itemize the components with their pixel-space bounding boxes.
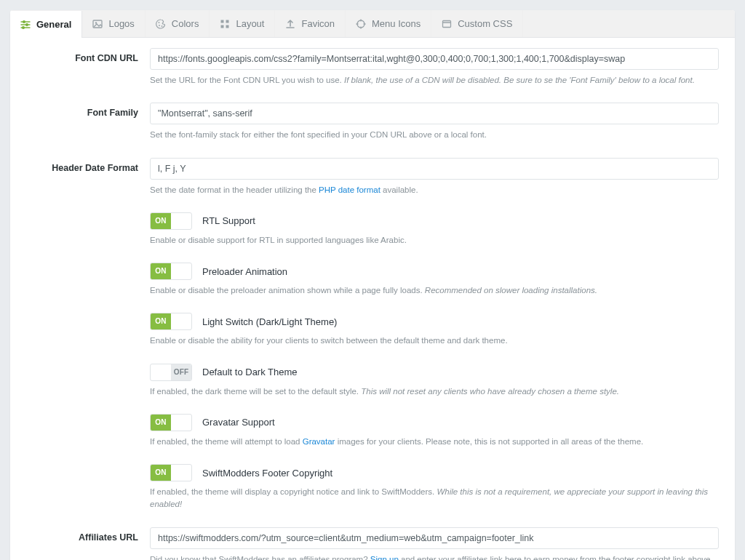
- row-font-family: Font Family Set the font-family stack fo…: [26, 103, 719, 141]
- tab-label: Layout: [236, 18, 264, 29]
- signup-link[interactable]: Sign up: [370, 555, 399, 561]
- tab-logos[interactable]: Logos: [82, 10, 145, 37]
- label-date-format: Header Date Format: [26, 158, 150, 173]
- php-date-format-link[interactable]: PHP date format: [319, 185, 381, 194]
- code-icon: [442, 19, 452, 29]
- tab-colors[interactable]: Colors: [146, 10, 210, 37]
- help-date-format: Set the date format in the header utiliz…: [150, 184, 719, 196]
- upload-icon: [285, 19, 295, 29]
- svg-point-8: [158, 22, 159, 23]
- form-body: Font CDN URL Set the URL for the Font CD…: [10, 38, 735, 560]
- light-switch-toggle[interactable]: ON: [150, 313, 192, 330]
- svg-point-5: [23, 26, 25, 28]
- footer-copy-label: SwiftModders Footer Copyright: [202, 468, 332, 479]
- tabs: General Logos Colors Layout Favicon: [10, 10, 735, 38]
- tab-label: Favicon: [301, 18, 335, 29]
- svg-point-9: [159, 25, 160, 26]
- tab-favicon[interactable]: Favicon: [275, 10, 346, 37]
- help-default-dark: If enabled, the dark theme will be set t…: [150, 385, 719, 398]
- tab-label: Menu Icons: [372, 18, 421, 29]
- tab-label: Custom CSS: [458, 18, 512, 29]
- preloader-label: Preloader Animation: [202, 266, 287, 277]
- svg-rect-13: [221, 25, 224, 28]
- font-family-input[interactable]: [150, 103, 719, 124]
- settings-panel: General Logos Colors Layout Favicon: [10, 10, 735, 560]
- image-icon: [92, 19, 103, 29]
- tab-layout[interactable]: Layout: [210, 10, 275, 37]
- svg-point-3: [23, 20, 25, 23]
- tab-menu-icons[interactable]: Menu Icons: [346, 10, 431, 37]
- default-dark-label: Default to Dark Theme: [202, 367, 298, 377]
- tab-label: Logos: [108, 18, 134, 29]
- date-format-input[interactable]: [150, 158, 719, 180]
- light-switch-label: Light Switch (Dark/Light Theme): [202, 316, 337, 327]
- tab-general[interactable]: General: [10, 11, 82, 38]
- help-rtl: Enable or disable support for RTL in sup…: [150, 234, 719, 247]
- row-preloader: ON Preloader Animation Enable or disable…: [26, 263, 719, 297]
- sliders-icon: [20, 20, 31, 30]
- tab-label: General: [36, 19, 71, 30]
- help-font-family: Set the font-family stack for either the…: [150, 129, 719, 141]
- row-footer-copy: ON SwiftModders Footer Copyright If enab…: [26, 464, 719, 511]
- footer-copy-toggle[interactable]: ON: [150, 464, 192, 481]
- row-rtl: ON RTL Support Enable or disable support…: [26, 212, 719, 247]
- rtl-toggle[interactable]: ON: [150, 212, 192, 230]
- label-font-family: Font Family: [26, 103, 150, 118]
- tab-label: Colors: [172, 18, 199, 29]
- gravatar-label: Gravatar Support: [202, 417, 275, 428]
- gravatar-link[interactable]: Gravatar: [303, 437, 335, 446]
- help-footer-copy: If enabled, the theme will display a cop…: [150, 486, 719, 511]
- row-default-dark: OFF Default to Dark Theme If enabled, th…: [26, 364, 719, 398]
- label-affiliates: Affiliates URL: [26, 527, 150, 543]
- svg-rect-20: [443, 20, 451, 27]
- rtl-label: RTL Support: [202, 215, 255, 226]
- help-light-switch: Enable or disable the ability for your c…: [150, 335, 719, 347]
- row-light-switch: ON Light Switch (Dark/Light Theme) Enabl…: [26, 313, 719, 347]
- gravatar-toggle[interactable]: ON: [150, 414, 192, 431]
- svg-rect-12: [226, 20, 229, 23]
- row-date-format: Header Date Format Set the date format i…: [26, 158, 719, 196]
- svg-rect-11: [221, 20, 224, 23]
- row-affiliates: Affiliates URL Did you know that SwiftMo…: [26, 527, 719, 561]
- affiliates-input[interactable]: [150, 527, 719, 549]
- crosshair-icon: [356, 19, 366, 29]
- preloader-toggle[interactable]: ON: [150, 263, 192, 280]
- default-dark-toggle[interactable]: OFF: [150, 364, 192, 381]
- grid-icon: [220, 19, 230, 29]
- row-font-cdn: Font CDN URL Set the URL for the Font CD…: [26, 48, 719, 87]
- svg-point-10: [161, 25, 162, 27]
- label-font-cdn: Font CDN URL: [26, 48, 150, 63]
- row-gravatar: ON Gravatar Support If enabled, the them…: [26, 414, 719, 448]
- help-font-cdn: Set the URL for the Font CDN URL you wis…: [150, 74, 719, 87]
- help-preloader: Enable or disable the preloader animatio…: [150, 284, 719, 297]
- help-affiliates: Did you know that SwiftModders has an af…: [150, 553, 719, 561]
- tab-custom-css[interactable]: Custom CSS: [431, 10, 523, 37]
- font-cdn-input[interactable]: [150, 48, 719, 70]
- svg-point-4: [26, 23, 28, 25]
- svg-rect-14: [226, 25, 229, 28]
- palette-icon: [156, 19, 166, 29]
- help-gravatar: If enabled, the theme will attempt to lo…: [150, 436, 719, 448]
